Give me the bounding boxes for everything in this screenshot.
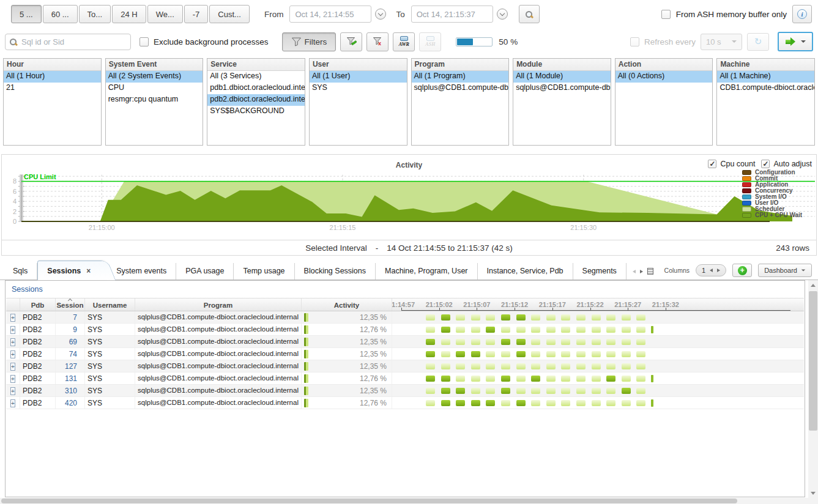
activity-block-light[interactable] xyxy=(501,363,510,369)
dashboard-button[interactable]: Dashboard xyxy=(758,264,812,277)
activity-block-light[interactable] xyxy=(456,363,465,369)
sql-id-search-input[interactable] xyxy=(5,34,131,50)
filter-item-all-1-program[interactable]: All (1 Program) xyxy=(412,71,509,83)
session-id-cell[interactable]: 74 xyxy=(55,348,84,360)
activity-block-light[interactable] xyxy=(426,363,435,369)
activity-block-light[interactable] xyxy=(441,339,450,345)
activity-block-light[interactable] xyxy=(561,376,570,382)
tab-scroll-right-icon[interactable] xyxy=(640,270,643,273)
activity-block-light[interactable] xyxy=(606,388,615,394)
activity-block-light[interactable] xyxy=(592,376,601,382)
filter-item-all-0-actions[interactable]: All (0 Actions) xyxy=(615,71,713,83)
activity-block-light[interactable] xyxy=(501,327,510,333)
exclude-background-checkbox[interactable] xyxy=(139,37,149,46)
activity-block-dark[interactable] xyxy=(426,351,435,357)
expand-plus-icon[interactable]: + xyxy=(10,387,15,395)
activity-block-light[interactable] xyxy=(622,363,631,369)
activity-block-dark[interactable] xyxy=(516,351,526,357)
activity-block-light[interactable] xyxy=(441,363,450,369)
activity-block-light[interactable] xyxy=(486,314,495,321)
scroll-down-icon[interactable] xyxy=(808,488,818,498)
tab-list-icon[interactable] xyxy=(647,268,653,275)
activity-block-light[interactable] xyxy=(636,339,645,345)
activity-block-dark[interactable] xyxy=(486,327,495,333)
expand-plus-icon[interactable]: + xyxy=(10,338,15,346)
filter-item-resmgr-cpu-quantum[interactable]: resmgr:cpu quantum xyxy=(106,94,203,106)
activity-block-light[interactable] xyxy=(576,388,586,394)
session-id-cell[interactable]: 127 xyxy=(55,360,84,372)
activity-block-dark[interactable] xyxy=(516,339,526,345)
clear-filter-button[interactable]: x xyxy=(366,32,389,51)
activity-block-light[interactable] xyxy=(622,339,631,345)
activity-block-dark[interactable] xyxy=(501,388,510,394)
expand-plus-icon[interactable]: + xyxy=(10,326,15,334)
activity-block-light[interactable] xyxy=(561,400,570,406)
add-tab-button[interactable]: + xyxy=(732,264,752,277)
expand-plus-icon[interactable]: + xyxy=(10,363,15,371)
run-query-button[interactable] xyxy=(778,32,813,51)
activity-block-light[interactable] xyxy=(531,400,540,406)
expand-plus-icon[interactable]: + xyxy=(10,399,15,407)
session-id-cell[interactable]: 7 xyxy=(55,311,84,323)
activity-block-light[interactable] xyxy=(546,339,556,345)
activity-block-light[interactable] xyxy=(561,314,570,321)
activity-block-light[interactable] xyxy=(471,339,480,345)
activity-block-light[interactable] xyxy=(636,327,645,333)
activity-block-light[interactable] xyxy=(471,363,480,369)
activity-block-light[interactable] xyxy=(592,339,601,345)
activity-block-light[interactable] xyxy=(546,351,556,357)
activity-block-light[interactable] xyxy=(636,388,645,394)
column-header-username[interactable]: Username xyxy=(84,298,135,311)
activity-block-light[interactable] xyxy=(486,339,495,345)
activity-block-light[interactable] xyxy=(531,314,540,321)
tab-machine-program-user[interactable]: Machine, Program, User xyxy=(376,263,477,280)
vertical-scrollbar[interactable] xyxy=(808,280,818,498)
filter-item-all-1-user[interactable]: All (1 User) xyxy=(310,71,407,83)
from-date-input[interactable] xyxy=(289,6,371,23)
column-header-activity[interactable]: Activity xyxy=(301,298,392,311)
activity-block-light[interactable] xyxy=(606,314,615,321)
activity-block-dark[interactable] xyxy=(501,339,510,345)
activity-block-light[interactable] xyxy=(486,351,495,357)
activity-block-tail[interactable] xyxy=(651,375,653,382)
activity-block-light[interactable] xyxy=(636,351,645,357)
activity-block-light[interactable] xyxy=(501,400,510,406)
range-button-7[interactable]: -7 xyxy=(184,5,209,23)
session-id-cell[interactable]: 69 xyxy=(55,336,84,347)
activity-block-light[interactable] xyxy=(531,363,540,369)
activity-block-dark[interactable] xyxy=(441,388,450,394)
activity-block-light[interactable] xyxy=(471,388,480,394)
activity-block-light[interactable] xyxy=(636,376,645,382)
session-id-cell[interactable]: 131 xyxy=(55,372,84,384)
horizontal-scrollbar-thumb[interactable] xyxy=(1,498,737,503)
columns-spinner[interactable]: 1 xyxy=(696,264,726,276)
activity-block-dark[interactable] xyxy=(471,351,480,357)
activity-block-light[interactable] xyxy=(546,400,556,406)
range-button-to[interactable]: To... xyxy=(79,5,111,23)
activity-block-light[interactable] xyxy=(606,351,615,357)
activity-block-dark[interactable] xyxy=(426,376,435,382)
activity-block-light[interactable] xyxy=(561,339,570,345)
activity-block-light[interactable] xyxy=(516,388,526,394)
session-row[interactable]: +PDB274SYSsqlplus@CDB1.compute-dbioct.or… xyxy=(6,348,804,360)
activity-block-light[interactable] xyxy=(471,376,480,382)
activity-block-light[interactable] xyxy=(561,363,570,369)
activity-block-light[interactable] xyxy=(486,388,495,394)
tab-sessions[interactable]: Sessions× xyxy=(37,261,107,280)
tab-pga-usage[interactable]: PGA usage xyxy=(176,263,234,280)
tab-segments[interactable]: Segments xyxy=(573,263,627,280)
filter-item-sqlplus-cdb1-compute-dbi[interactable]: sqlplus@CDB1.compute-dbi xyxy=(412,83,509,94)
session-row[interactable]: +PDB269SYSsqlplus@CDB1.compute-dbioct.or… xyxy=(6,336,804,348)
expand-plus-icon[interactable]: + xyxy=(10,314,15,322)
activity-block-light[interactable] xyxy=(606,400,615,406)
scroll-up-icon[interactable] xyxy=(808,280,818,290)
filter-item-all-1-hour[interactable]: All (1 Hour) xyxy=(4,71,101,83)
activity-block-dark[interactable] xyxy=(501,376,510,382)
activity-block-light[interactable] xyxy=(426,327,435,333)
filter-item-all-1-module[interactable]: All (1 Module) xyxy=(513,71,611,83)
activity-block-light[interactable] xyxy=(456,339,465,345)
activity-block-light[interactable] xyxy=(576,351,586,357)
filter-item-pdb1-dbioct-oraclecloud-inte[interactable]: pdb1.dbioct.oraclecloud.inte xyxy=(207,83,305,94)
activity-block-light[interactable] xyxy=(456,314,465,321)
activity-block-light[interactable] xyxy=(622,376,631,382)
